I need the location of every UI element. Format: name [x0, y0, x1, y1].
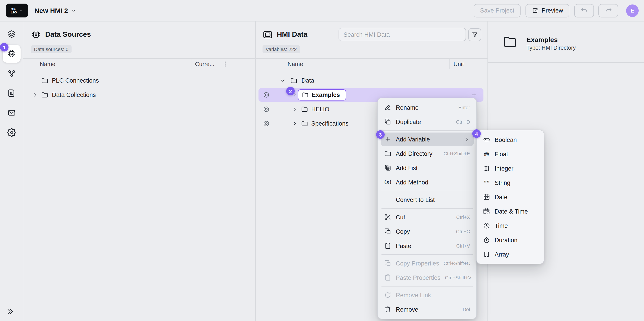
- hmi-data-table-header: Name Unit: [256, 58, 488, 69]
- submenu-item-duration[interactable]: Duration: [480, 233, 541, 247]
- submenu-item-float[interactable]: ## Float: [480, 147, 541, 161]
- selected-node-pill[interactable]: Examples: [298, 89, 346, 101]
- annotation-step-4: 4: [472, 129, 481, 138]
- chevron-right-icon[interactable]: [292, 120, 298, 127]
- submenu-item-date-time[interactable]: Date & Time: [480, 205, 541, 218]
- tree-row-label: Data: [302, 77, 314, 84]
- open-preview-icon: [532, 7, 538, 14]
- trash-icon: [384, 306, 391, 313]
- menu-item-copy[interactable]: Copy Ctrl+C: [380, 225, 474, 238]
- sidebar-item-media[interactable]: [3, 84, 20, 102]
- chevron-right-icon: [464, 136, 470, 142]
- data-sources-count-badge: Data sources: 0: [31, 45, 72, 53]
- hmi-display-icon: [262, 30, 273, 40]
- tree-row-plc-connections[interactable]: PLC Connections: [23, 73, 255, 88]
- menu-item-add-method[interactable]: (x) Add Method: [380, 175, 474, 189]
- menu-item-rename[interactable]: Rename Enter: [380, 101, 474, 114]
- sidebar-item-settings[interactable]: [3, 124, 20, 141]
- copy-icon: [384, 260, 391, 267]
- preview-button[interactable]: Preview: [526, 4, 569, 17]
- link-indicator-icon[interactable]: [263, 120, 270, 127]
- menu-shortcut: Del: [463, 307, 470, 312]
- submenu-item-string[interactable]: ”” String: [480, 176, 541, 189]
- submenu-item-boolean[interactable]: Boolean: [480, 133, 541, 146]
- submenu-item-integer[interactable]: Integer: [480, 162, 541, 175]
- annotation-step-3: 3: [376, 130, 384, 139]
- project-name: New HMI 2: [34, 7, 68, 14]
- search-input[interactable]: [338, 28, 466, 41]
- avatar[interactable]: E: [626, 4, 639, 17]
- chip-icon: [31, 30, 41, 40]
- folder-icon: [41, 77, 48, 84]
- duplicate-icon: [384, 118, 391, 125]
- data-sources-table-header: Name Curre...: [23, 58, 255, 69]
- scissors-icon: [384, 214, 391, 221]
- chevron-right-icon[interactable]: [292, 106, 298, 112]
- helio-logo-button[interactable]: HELIO: [6, 4, 28, 18]
- menu-separator: [382, 191, 473, 191]
- menu-item-label: Copy Properties: [396, 260, 439, 267]
- folder-icon: [290, 77, 298, 84]
- menu-item-duplicate[interactable]: Duplicate Ctrl+D: [380, 115, 474, 129]
- details-header: Examples Type: HMI Directory: [488, 22, 644, 63]
- menu-item-paste-properties: Paste Properties Ctrl+Shift+V: [380, 271, 474, 284]
- details-title: Examples: [526, 36, 558, 44]
- submenu-item-array[interactable]: Array: [480, 248, 541, 261]
- column-header-unit: Unit: [454, 61, 464, 67]
- mail-icon: [7, 108, 16, 117]
- copy-icon: [384, 228, 391, 235]
- chevron-down-icon: [71, 8, 76, 14]
- menu-item-label: Remove Link: [396, 292, 431, 298]
- quotes-icon: ””: [483, 179, 490, 186]
- filter-button[interactable]: [468, 28, 481, 41]
- add-variable-submenu: Boolean ## Float Integer ”” String Date: [476, 130, 544, 264]
- details-type: Type: HMI Directory: [526, 45, 576, 51]
- menu-item-cut[interactable]: Cut Ctrl+X: [380, 210, 474, 224]
- chevron-down-icon: [19, 8, 23, 13]
- sidebar-item-nodes[interactable]: [3, 65, 20, 82]
- undo-button[interactable]: [574, 4, 594, 17]
- tree-row-data-collections[interactable]: Data Collections: [23, 88, 255, 102]
- integer-icon: [483, 165, 490, 172]
- gear-icon: [7, 128, 16, 137]
- menu-item-add-directory[interactable]: Add Directory Ctrl+Shift+E: [380, 147, 474, 160]
- folder-icon: [301, 106, 308, 113]
- nodes-icon: [7, 69, 16, 78]
- submenu-item-time[interactable]: Time: [480, 219, 541, 232]
- redo-icon: [604, 7, 612, 14]
- menu-item-paste[interactable]: Paste Ctrl+V: [380, 239, 474, 252]
- menu-item-convert-to-list[interactable]: Convert to List: [380, 193, 474, 206]
- tree-row-data[interactable]: Data: [256, 73, 488, 88]
- column-options-button[interactable]: [222, 61, 228, 67]
- hmi-data-title: HMI Data: [277, 31, 308, 39]
- brackets-icon: [483, 251, 490, 258]
- link-indicator-icon[interactable]: [263, 106, 270, 113]
- menu-item-remove[interactable]: Remove Del: [380, 303, 474, 316]
- menu-item-remove-link: Remove Link: [380, 288, 474, 302]
- menu-item-add-list[interactable]: Add List: [380, 161, 474, 175]
- sidebar-expand-button[interactable]: [6, 307, 14, 316]
- menu-item-label: Cut: [396, 214, 405, 220]
- sidebar-item-mail[interactable]: [3, 104, 20, 122]
- menu-item-add-variable[interactable]: Add Variable: [380, 133, 474, 146]
- menu-item-label: Convert to List: [396, 196, 435, 203]
- folder-icon: [302, 92, 308, 98]
- redo-button[interactable]: [598, 4, 618, 17]
- history-buttons: [574, 4, 618, 17]
- save-project-button[interactable]: Save Project: [474, 4, 520, 17]
- float-icon: ##: [483, 150, 490, 158]
- calendar-clock-icon: [483, 208, 490, 215]
- toggle-icon: [483, 136, 490, 143]
- submenu-item-date[interactable]: Date: [480, 190, 541, 204]
- menu-shortcut: Ctrl+V: [456, 243, 470, 248]
- chevron-down-icon[interactable]: [280, 78, 286, 84]
- chip-icon: [7, 49, 16, 58]
- sidebar-item-layers[interactable]: [3, 25, 20, 43]
- project-name-dropdown[interactable]: New HMI 2: [34, 7, 76, 14]
- menu-item-label: Add Method: [396, 179, 428, 186]
- chevron-right-icon[interactable]: [32, 92, 38, 98]
- column-divider: [191, 59, 192, 69]
- data-sources-title: Data Sources: [45, 31, 91, 39]
- link-indicator-icon[interactable]: [263, 92, 270, 98]
- tree-row-label: PLC Connections: [52, 77, 99, 84]
